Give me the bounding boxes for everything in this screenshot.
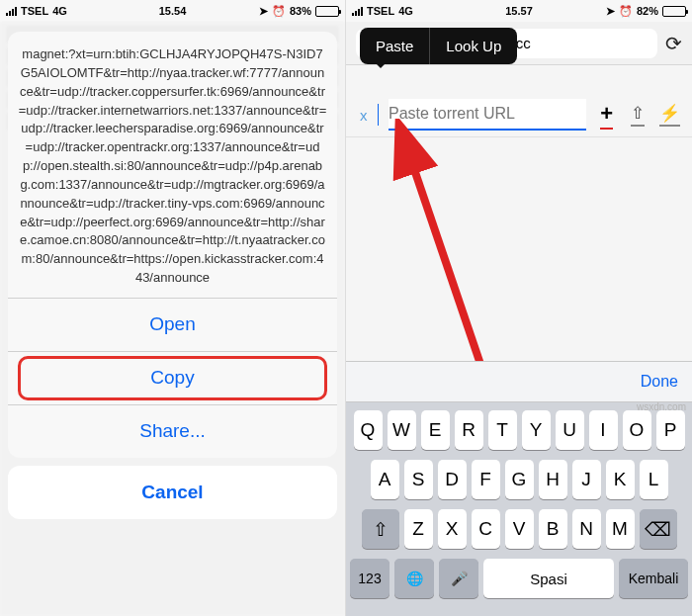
lookup-menu-item[interactable]: Look Up xyxy=(430,28,517,64)
key-l[interactable]: L xyxy=(640,460,668,499)
alarm-icon: ⏰ xyxy=(619,5,633,18)
key-s[interactable]: S xyxy=(404,460,433,499)
key-x[interactable]: X xyxy=(438,509,467,549)
keyboard-row-3: ⇧ ZXCVBNM ⌫ xyxy=(350,509,688,549)
alarm-icon: ⏰ xyxy=(272,5,286,18)
key-u[interactable]: U xyxy=(556,410,584,450)
key-h[interactable]: H xyxy=(539,460,567,499)
key-w[interactable]: W xyxy=(388,410,416,450)
key-v[interactable]: V xyxy=(505,509,534,549)
magnet-link-text: magnet:?xt=urn:btih:GCLHJA4RYJOPQH47S-N3… xyxy=(8,32,337,298)
copy-button[interactable]: Copy xyxy=(8,351,337,404)
return-key[interactable]: Kembali xyxy=(619,559,688,598)
space-key[interactable]: Spasi xyxy=(483,559,614,598)
key-b[interactable]: B xyxy=(539,509,567,549)
key-a[interactable]: A xyxy=(371,460,399,499)
key-n[interactable]: N xyxy=(572,509,601,549)
torrent-url-input[interactable] xyxy=(389,99,586,131)
key-t[interactable]: T xyxy=(488,410,517,450)
key-f[interactable]: F xyxy=(472,460,500,499)
key-m[interactable]: M xyxy=(606,509,635,549)
key-k[interactable]: K xyxy=(606,460,635,499)
torrent-input-row: x + ⇧ ⚡ xyxy=(346,99,692,137)
battery-percent: 83% xyxy=(290,5,311,17)
done-button[interactable]: Done xyxy=(641,373,678,391)
mic-key[interactable]: 🎤 xyxy=(439,559,478,598)
flash-button[interactable]: ⚡ xyxy=(658,100,680,130)
key-i[interactable]: I xyxy=(589,410,618,450)
keyboard-row-1: QWERTYUIOP xyxy=(350,410,688,450)
key-p[interactable]: P xyxy=(656,410,685,450)
status-time: 15.54 xyxy=(159,5,187,17)
numbers-key[interactable]: 123 xyxy=(350,559,389,598)
key-d[interactable]: D xyxy=(438,460,467,499)
network-label: 4G xyxy=(398,5,413,17)
key-c[interactable]: C xyxy=(472,509,500,549)
key-j[interactable]: J xyxy=(572,460,601,499)
context-menu-arrow xyxy=(374,61,388,75)
context-menu: Paste Look Up xyxy=(360,28,517,64)
red-arrow-annotation xyxy=(386,119,504,396)
backspace-key[interactable]: ⌫ xyxy=(640,509,677,549)
key-y[interactable]: Y xyxy=(522,410,551,450)
key-g[interactable]: G xyxy=(505,460,534,499)
upload-button[interactable]: ⇧ xyxy=(628,100,649,130)
key-o[interactable]: O xyxy=(623,410,651,450)
key-e[interactable]: E xyxy=(421,410,450,450)
globe-key[interactable]: 🌐 xyxy=(394,559,434,598)
reload-icon[interactable]: ⟳ xyxy=(665,32,682,55)
status-bar: TSEL 4G 15.57 ➤ ⏰ 82% xyxy=(346,0,692,22)
carrier-label: TSEL xyxy=(367,5,394,17)
share-button[interactable]: Share... xyxy=(8,404,337,458)
open-button[interactable]: Open xyxy=(8,298,337,351)
network-label: 4G xyxy=(52,5,67,17)
key-q[interactable]: Q xyxy=(354,410,383,450)
screenshot-left: TSEL 4G 15.54 ➤ ⏰ 83% magnet:?xt=urn:bti… xyxy=(0,0,346,616)
status-time: 15.57 xyxy=(505,5,533,17)
key-r[interactable]: R xyxy=(455,410,483,450)
watermark: wsxdn.com xyxy=(637,401,686,412)
plus-icon: + xyxy=(600,101,613,130)
location-icon: ➤ xyxy=(259,5,268,18)
cancel-button[interactable]: Cancel xyxy=(8,466,337,519)
signal-icon xyxy=(6,7,17,16)
screenshot-right: TSEL 4G 15.57 ➤ ⏰ 82% eedr.cc ⟳ Paste Lo… xyxy=(346,0,692,616)
status-bar: TSEL 4G 15.54 ➤ ⏰ 83% xyxy=(0,0,345,22)
battery-icon xyxy=(315,6,339,17)
svg-line-0 xyxy=(400,129,484,376)
carrier-label: TSEL xyxy=(21,5,48,17)
upload-icon: ⇧ xyxy=(631,103,645,127)
action-sheet: magnet:?xt=urn:btih:GCLHJA4RYJOPQH47S-N3… xyxy=(8,32,337,519)
battery-icon xyxy=(662,6,686,17)
text-cursor xyxy=(378,104,379,126)
keyboard-row-4: 123 🌐 🎤 Spasi Kembali xyxy=(350,559,688,598)
paste-menu-item[interactable]: Paste xyxy=(360,28,429,64)
keyboard-row-2: ASDFGHJKL xyxy=(350,460,688,499)
signal-icon xyxy=(352,7,363,16)
shift-key[interactable]: ⇧ xyxy=(362,509,399,549)
add-button[interactable]: + xyxy=(596,100,618,130)
clear-input-button[interactable]: x xyxy=(360,107,368,124)
location-icon: ➤ xyxy=(606,5,615,18)
keyboard-toolbar: Done xyxy=(346,361,692,402)
bolt-icon: ⚡ xyxy=(659,103,680,127)
keyboard: QWERTYUIOP ASDFGHJKL ⇧ ZXCVBNM ⌫ 123 🌐 🎤… xyxy=(346,402,692,616)
key-z[interactable]: Z xyxy=(404,509,433,549)
battery-percent: 82% xyxy=(637,5,658,17)
